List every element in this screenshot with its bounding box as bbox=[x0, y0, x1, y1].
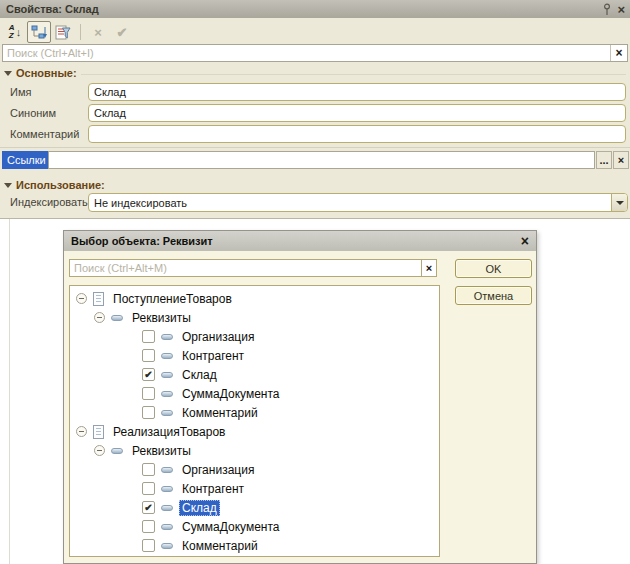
tree-row[interactable]: СуммаДокумента bbox=[70, 384, 439, 403]
apply-button[interactable]: ✔ bbox=[110, 21, 134, 43]
attribute-icon bbox=[111, 448, 123, 454]
collapse-triangle-icon[interactable] bbox=[4, 71, 12, 76]
object-select-dialog: Выбор объекта: Реквизит × × OK Отмена По… bbox=[63, 230, 537, 564]
tree-item-label[interactable]: Контрагент bbox=[179, 348, 247, 364]
index-combobox[interactable]: Не индексировать bbox=[88, 193, 628, 212]
properties-toolbar: A Z ↓ bbox=[3, 21, 134, 43]
links-chip[interactable]: Ссылки bbox=[2, 151, 51, 169]
apply-check-icon: ✔ bbox=[117, 25, 128, 40]
collapse-node-icon[interactable] bbox=[76, 293, 87, 304]
index-label: Индексировать bbox=[10, 196, 88, 208]
tree-item-label[interactable]: РеализацияТоваров bbox=[110, 424, 228, 440]
cancel-button[interactable]: Отмена bbox=[455, 286, 532, 305]
tree-item-label[interactable]: Реквизиты bbox=[129, 443, 194, 459]
tree-item-label[interactable]: Реквизиты bbox=[129, 310, 194, 326]
workspace-edge bbox=[9, 219, 10, 564]
pin-icon[interactable] bbox=[603, 3, 611, 16]
tree-row[interactable]: Организация bbox=[70, 460, 439, 479]
attribute-icon bbox=[161, 410, 173, 416]
tree-row[interactable]: Комментарий bbox=[70, 536, 439, 555]
row-divider bbox=[0, 147, 630, 148]
properties-title: Свойства: Склад bbox=[6, 3, 99, 15]
properties-search-input[interactable] bbox=[3, 45, 610, 61]
tree-item-label[interactable]: Комментарий bbox=[179, 405, 261, 421]
delete-icon: × bbox=[94, 25, 102, 40]
dialog-titlebar[interactable]: Выбор объекта: Реквизит × bbox=[64, 231, 536, 251]
tree-row[interactable]: ✔Склад bbox=[70, 498, 439, 517]
tree-item-label[interactable]: СуммаДокумента bbox=[179, 386, 282, 402]
dialog-close-icon[interactable]: × bbox=[521, 233, 529, 249]
comment-field[interactable] bbox=[88, 125, 626, 143]
chevron-down-icon bbox=[616, 201, 624, 205]
tree-row[interactable]: Организация bbox=[70, 327, 439, 346]
close-icon[interactable]: × bbox=[617, 3, 625, 16]
delete-button[interactable]: × bbox=[86, 21, 110, 43]
dialog-title: Выбор объекта: Реквизит bbox=[71, 235, 213, 247]
name-label: Имя bbox=[10, 86, 31, 98]
toolbar-separator bbox=[80, 24, 81, 40]
filter-icon bbox=[55, 25, 71, 40]
group-by-categories-button[interactable] bbox=[27, 21, 51, 43]
checkbox-unchecked[interactable] bbox=[142, 349, 155, 362]
tree-row[interactable]: ПоступлениеТоваров bbox=[70, 289, 439, 308]
collapse-node-icon[interactable] bbox=[94, 445, 105, 456]
categories-tree-icon bbox=[31, 25, 48, 40]
links-field[interactable] bbox=[48, 151, 595, 169]
section-usage-header[interactable]: Использование: bbox=[4, 178, 626, 192]
collapse-triangle-icon[interactable] bbox=[4, 183, 12, 188]
tree-item-label[interactable]: Комментарий bbox=[179, 538, 261, 554]
tree-item-label[interactable]: ПоступлениеТоваров bbox=[110, 291, 235, 307]
tree-item-label[interactable]: Контрагент bbox=[179, 481, 247, 497]
document-icon bbox=[93, 292, 104, 306]
checkbox-unchecked[interactable] bbox=[142, 482, 155, 495]
configurator-screen: Свойства: Склад × A Z ↓ bbox=[0, 0, 630, 564]
tree-row[interactable]: Реквизиты bbox=[70, 441, 439, 460]
links-more-button[interactable]: ... bbox=[596, 151, 612, 169]
tree-row[interactable]: Контрагент bbox=[70, 346, 439, 365]
checkbox-unchecked[interactable] bbox=[142, 463, 155, 476]
dialog-search-clear-icon[interactable]: × bbox=[421, 260, 436, 276]
tree-row[interactable]: Реквизиты bbox=[70, 308, 439, 327]
tree-row[interactable]: Контрагент bbox=[70, 479, 439, 498]
attribute-icon bbox=[161, 524, 173, 530]
section-divider bbox=[81, 74, 626, 75]
properties-panel: Свойства: Склад × A Z ↓ bbox=[0, 0, 630, 219]
tree-row[interactable]: РеализацияТоваров bbox=[70, 422, 439, 441]
name-field[interactable] bbox=[88, 83, 626, 101]
checkbox-unchecked[interactable] bbox=[142, 520, 155, 533]
synonym-field[interactable] bbox=[88, 104, 626, 122]
tree-item-label[interactable]: Склад bbox=[179, 367, 220, 383]
tree-row[interactable]: СуммаДокумента bbox=[70, 517, 439, 536]
collapse-node-icon[interactable] bbox=[76, 426, 87, 437]
ok-button[interactable]: OK bbox=[455, 259, 532, 278]
tree-item-label[interactable]: Организация bbox=[179, 462, 257, 478]
tree-row[interactable]: ✔Склад bbox=[70, 365, 439, 384]
sort-letter-z: Z bbox=[9, 32, 15, 40]
checkbox-unchecked[interactable] bbox=[142, 406, 155, 419]
checkbox-checked[interactable]: ✔ bbox=[142, 368, 155, 381]
checkbox-unchecked[interactable] bbox=[142, 539, 155, 552]
attribute-icon bbox=[161, 353, 173, 359]
section-main-header[interactable]: Основные: bbox=[4, 66, 626, 80]
tree-item-label[interactable]: Склад bbox=[179, 500, 220, 516]
object-tree[interactable]: ПоступлениеТоваровРеквизитыОрганизацияКо… bbox=[69, 285, 440, 557]
tree-item-label[interactable]: Организация bbox=[179, 329, 257, 345]
filter-button[interactable] bbox=[51, 21, 75, 43]
tree-row[interactable]: Комментарий bbox=[70, 403, 439, 422]
document-icon bbox=[93, 425, 104, 439]
checkbox-unchecked[interactable] bbox=[142, 330, 155, 343]
sort-alphabet-button[interactable]: A Z ↓ bbox=[3, 21, 27, 43]
attribute-icon bbox=[161, 372, 173, 378]
properties-titlebar[interactable]: Свойства: Склад × bbox=[0, 0, 630, 18]
checkbox-checked[interactable]: ✔ bbox=[142, 501, 155, 514]
tree-item-label[interactable]: СуммаДокумента bbox=[179, 519, 282, 535]
properties-search: × bbox=[2, 44, 628, 62]
dialog-search-input[interactable] bbox=[70, 260, 421, 276]
links-clear-button[interactable]: × bbox=[613, 151, 629, 169]
checkbox-unchecked[interactable] bbox=[142, 387, 155, 400]
section-usage-label: Использование: bbox=[16, 179, 105, 191]
combobox-dropdown-button[interactable] bbox=[611, 194, 627, 211]
search-clear-icon[interactable]: × bbox=[610, 45, 627, 61]
collapse-node-icon[interactable] bbox=[94, 312, 105, 323]
attribute-icon bbox=[161, 486, 173, 492]
